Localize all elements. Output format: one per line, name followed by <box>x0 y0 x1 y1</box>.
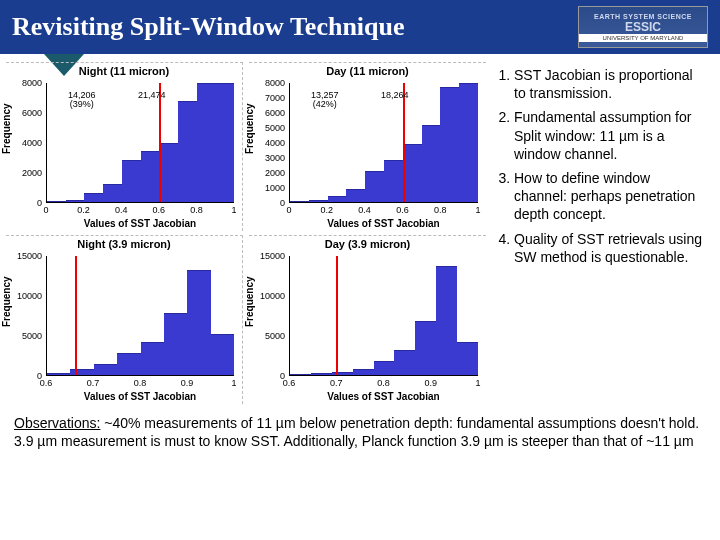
chart: Day (3.9 micron)Frequency050001000015000… <box>249 235 486 404</box>
chart: Night (11 micron)Frequency02000400060008… <box>6 62 243 231</box>
chart-annotation: 21,474 <box>138 91 166 100</box>
bar <box>122 160 141 202</box>
y-ticks: 050001000015000 <box>251 256 287 376</box>
plot-area: Frequency0500010000150000.60.70.80.91Val… <box>251 252 484 402</box>
bar <box>117 353 140 375</box>
note-item: Quality of SST retrievals using SW metho… <box>514 230 706 266</box>
bar <box>436 266 457 375</box>
note-item: SST Jacobian is proportional to transmis… <box>514 66 706 102</box>
bar <box>346 189 365 202</box>
x-ticks: 0.60.70.80.91 <box>46 378 234 388</box>
bar <box>164 313 187 375</box>
bar <box>353 369 374 375</box>
bar <box>394 350 415 375</box>
y-ticks: 010002000300040005000600070008000 <box>251 83 287 203</box>
chart-title: Day (3.9 micron) <box>251 238 484 250</box>
bar <box>94 364 117 375</box>
bar <box>374 361 395 375</box>
bar <box>290 201 309 202</box>
bar <box>328 196 347 202</box>
x-ticks: 00.20.40.60.81 <box>46 205 234 215</box>
x-axis-label: Values of SST Jacobian <box>289 391 478 402</box>
title-bar: Revisiting Split-Window Technique EARTH … <box>0 0 720 54</box>
bar <box>384 160 403 202</box>
x-axis-label: Values of SST Jacobian <box>46 391 234 402</box>
notes-list: SST Jacobian is proportional to transmis… <box>492 66 706 266</box>
bar <box>309 200 328 202</box>
bar <box>197 83 216 202</box>
bar <box>70 369 93 375</box>
penetration-line <box>159 83 161 202</box>
bar <box>211 334 234 375</box>
chart: Day (11 micron)Frequency0100020003000400… <box>249 62 486 231</box>
bar <box>403 144 422 202</box>
chart-grid: Night (11 micron)Frequency02000400060008… <box>6 62 486 404</box>
chart-annotation: 14,206 (39%) <box>68 91 96 110</box>
bar <box>66 200 85 202</box>
plot-area: Frequency0100020003000400050006000700080… <box>251 79 484 229</box>
bar <box>459 83 478 202</box>
bar <box>47 201 66 202</box>
note-item: Fundamental assumption for Split window:… <box>514 108 706 163</box>
plot-area: Frequency0500010000150000.60.70.80.91Val… <box>8 252 240 402</box>
chart-title: Night (3.9 micron) <box>8 238 240 250</box>
bar <box>141 151 160 202</box>
x-axis-label: Values of SST Jacobian <box>289 218 478 229</box>
penetration-line <box>75 256 77 375</box>
bar <box>457 342 478 375</box>
chart: Night (3.9 micron)Frequency0500010000150… <box>6 235 243 404</box>
observations-label: Observations: <box>14 415 100 431</box>
bar <box>365 171 384 202</box>
plot-area: Frequency0200040006000800000.20.40.60.81… <box>8 79 240 229</box>
axes <box>46 256 234 376</box>
bar <box>187 270 210 375</box>
bar <box>141 342 164 375</box>
chart-title: Day (11 micron) <box>251 65 484 77</box>
bar <box>159 143 178 203</box>
bar <box>215 83 234 202</box>
chart-annotation: 18,264 <box>381 91 409 100</box>
x-axis-label: Values of SST Jacobian <box>46 218 234 229</box>
chart-annotation: 13,257 (42%) <box>311 91 339 110</box>
x-ticks: 00.20.40.60.81 <box>289 205 478 215</box>
bar <box>422 125 441 202</box>
axes <box>289 256 478 376</box>
penetration-line <box>403 83 405 202</box>
bar <box>84 193 103 202</box>
bar <box>290 374 311 375</box>
bar <box>178 101 197 202</box>
observations-text: ~40% measurements of 11 µm below penetra… <box>14 415 699 449</box>
content-area: Night (11 micron)Frequency02000400060008… <box>0 54 720 404</box>
bar <box>103 184 122 202</box>
page-title: Revisiting Split-Window Technique <box>12 12 405 42</box>
bars <box>290 256 478 375</box>
observations: Observations: ~40% measurements of 11 µm… <box>0 404 720 456</box>
bar <box>440 87 459 202</box>
bar <box>311 373 332 375</box>
x-ticks: 0.60.70.80.91 <box>289 378 478 388</box>
penetration-line <box>336 256 338 375</box>
essic-logo: EARTH SYSTEM SCIENCE ESSIC UNIVERSITY OF… <box>578 6 708 48</box>
chart-title: Night (11 micron) <box>8 65 240 77</box>
bar <box>415 321 436 375</box>
y-ticks: 050001000015000 <box>8 256 44 376</box>
bar <box>47 373 70 375</box>
bar <box>332 372 353 375</box>
notes-panel: SST Jacobian is proportional to transmis… <box>490 62 708 404</box>
y-ticks: 02000400060008000 <box>8 83 44 203</box>
note-item: How to define window channel: perhaps pe… <box>514 169 706 224</box>
